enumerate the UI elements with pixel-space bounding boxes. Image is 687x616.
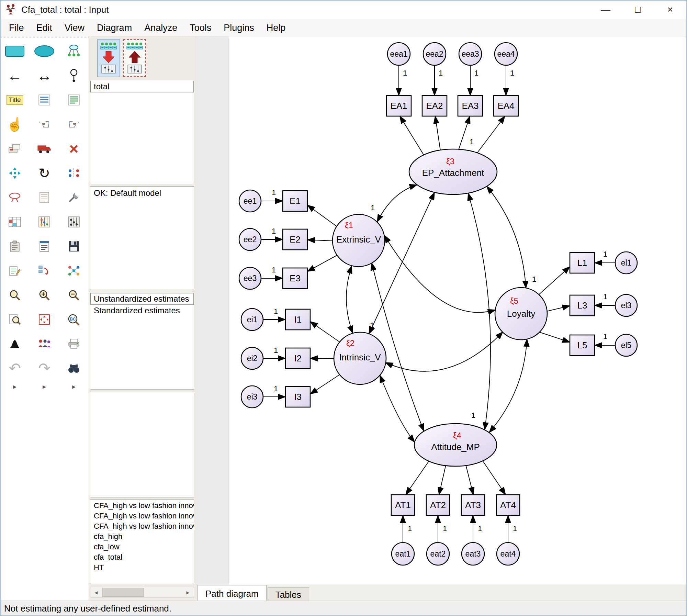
- covariance-arrow[interactable]: [487, 186, 526, 288]
- drag-properties-tool[interactable]: [30, 258, 59, 283]
- view-output-path-diagram-button[interactable]: [123, 39, 146, 77]
- draw-rectangle-tool[interactable]: [0, 39, 30, 63]
- move-parameter-tool[interactable]: [0, 161, 30, 185]
- list-item[interactable]: Standardized estimates: [90, 305, 194, 316]
- scroll-left-icon[interactable]: ◄: [90, 587, 102, 597]
- data-files-tool[interactable]: [0, 210, 30, 234]
- covariance-arrow[interactable]: [384, 235, 495, 312]
- draw-covariance-tool[interactable]: ↔: [30, 63, 59, 88]
- select-one-tool[interactable]: ☝: [0, 112, 30, 136]
- models-list[interactable]: OK: Default model: [90, 186, 194, 290]
- menu-tools[interactable]: Tools: [183, 19, 217, 36]
- loading-arrow[interactable]: [307, 240, 333, 241]
- list-item[interactable]: Unstandardized estimates: [90, 293, 194, 305]
- loading-arrow[interactable]: [310, 322, 340, 343]
- loading-arrow[interactable]: [406, 461, 429, 495]
- fit-to-page-tool[interactable]: [30, 307, 59, 332]
- minimize-button[interactable]: —: [589, 0, 622, 19]
- path-diagram-svg[interactable]: EA1EA2EA3EA4E1E2E3I1I2I3L1L3L5AT1AT2AT3A…: [196, 36, 687, 585]
- figure-title-tool[interactable]: Title: [0, 88, 30, 112]
- toolbar-overflow-icon[interactable]: ▸: [30, 382, 59, 391]
- list-item[interactable]: cfa_low: [90, 542, 194, 552]
- list-item[interactable]: HT: [90, 562, 194, 573]
- loading-arrow[interactable]: [547, 306, 570, 311]
- copy-to-clipboard-tool[interactable]: [0, 234, 30, 258]
- close-button[interactable]: ×: [654, 0, 686, 19]
- move-tool[interactable]: [30, 136, 59, 161]
- tab-tables[interactable]: Tables: [268, 587, 309, 601]
- scrollbar-thumb[interactable]: [102, 588, 144, 597]
- files-list[interactable]: CFA_high vs low fashion innovaCFA_high v…: [90, 500, 194, 584]
- loading-arrow[interactable]: [466, 465, 473, 495]
- loading-arrow[interactable]: [539, 267, 570, 295]
- draw-ellipse-tool[interactable]: [30, 39, 59, 63]
- scroll-right-icon[interactable]: ►: [182, 587, 194, 597]
- redo-tool[interactable]: ↷: [30, 356, 59, 380]
- covariance-arrow[interactable]: [380, 375, 415, 442]
- specification-search-tool[interactable]: [59, 356, 89, 380]
- deselect-all-tool[interactable]: ☞: [59, 112, 89, 136]
- loading-arrow[interactable]: [310, 374, 340, 394]
- bayesian-analysis-tool[interactable]: [0, 332, 30, 356]
- loading-arrow[interactable]: [439, 465, 446, 495]
- list-item[interactable]: CFA_high vs low fashion innova: [90, 501, 194, 511]
- scrollbar-track[interactable]: [144, 587, 182, 597]
- menu-plugins[interactable]: Plugins: [217, 19, 260, 36]
- list-item[interactable]: CFA_high vs low fashion innova: [90, 511, 194, 521]
- covariance-arrow[interactable]: [369, 192, 435, 334]
- list-item[interactable]: CFA_high vs low fashion innova: [90, 521, 194, 531]
- covariance-arrow[interactable]: [346, 266, 353, 333]
- estimates-list[interactable]: Unstandardized estimatesStandardized est…: [90, 292, 194, 390]
- computation-summary-list[interactable]: [90, 392, 194, 497]
- variables-in-dataset-tool[interactable]: [59, 88, 89, 112]
- list-item[interactable]: cfa_total: [90, 552, 194, 562]
- toolbar-overflow-icon[interactable]: ▸: [0, 382, 30, 391]
- rotate-indicators-tool[interactable]: ↻: [30, 161, 59, 185]
- loading-arrow[interactable]: [483, 461, 506, 495]
- files-scrollbar[interactable]: ◄ ►: [90, 587, 194, 598]
- menu-diagram[interactable]: Diagram: [91, 19, 138, 36]
- draw-path-arrow-tool[interactable]: ←: [0, 63, 30, 88]
- menu-help[interactable]: Help: [260, 19, 292, 36]
- save-diagram-tool[interactable]: [59, 234, 89, 258]
- print-tool[interactable]: [59, 332, 89, 356]
- menu-analyze[interactable]: Analyze: [138, 19, 183, 36]
- menu-edit[interactable]: Edit: [30, 19, 59, 36]
- loading-arrow[interactable]: [435, 116, 440, 150]
- list-item[interactable]: OK: Default model: [90, 187, 194, 199]
- shape-change-tool[interactable]: [59, 185, 89, 210]
- menu-view[interactable]: View: [58, 19, 91, 36]
- loading-arrow[interactable]: [459, 116, 470, 150]
- list-item[interactable]: total: [90, 81, 194, 92]
- calculate-estimates-tool[interactable]: [59, 210, 89, 234]
- menu-file[interactable]: File: [3, 19, 30, 36]
- preserve-symmetries-tool[interactable]: [59, 258, 89, 283]
- zoom-page-tool[interactable]: [0, 307, 30, 332]
- drawing-canvas[interactable]: EA1EA2EA3EA4E1E2E3I1I2I3L1L3L5AT1AT2AT3A…: [196, 36, 687, 601]
- covariance-arrow[interactable]: [489, 339, 527, 433]
- loading-arrow[interactable]: [476, 116, 505, 154]
- analysis-properties-tool[interactable]: [30, 210, 59, 234]
- object-properties-tool[interactable]: [0, 258, 30, 283]
- loading-arrow[interactable]: [307, 205, 336, 226]
- toolbar-overflow-icon[interactable]: ▸: [59, 382, 89, 391]
- select-all-tool[interactable]: ☜: [30, 112, 59, 136]
- view-input-path-diagram-button[interactable]: [97, 39, 120, 77]
- covariance-arrow[interactable]: [385, 332, 503, 371]
- duplicate-tool[interactable]: [0, 136, 30, 161]
- loading-arrow[interactable]: [310, 358, 334, 359]
- multiple-group-tool[interactable]: [30, 332, 59, 356]
- tab-path-diagram[interactable]: Path diagram: [198, 585, 267, 601]
- undo-tool[interactable]: ↶: [0, 356, 30, 380]
- loupe-tool[interactable]: BC: [59, 307, 89, 332]
- touch-up-tool[interactable]: [0, 185, 30, 210]
- covariance-arrow[interactable]: [377, 185, 417, 222]
- reflect-indicators-tool[interactable]: [59, 161, 89, 185]
- add-error-variable-tool[interactable]: [59, 63, 89, 88]
- loading-arrow[interactable]: [539, 332, 570, 342]
- zoom-in-tool[interactable]: [30, 283, 59, 307]
- text-output-tool[interactable]: [30, 234, 59, 258]
- erase-tool[interactable]: ×: [59, 136, 89, 161]
- scroll-tool[interactable]: [30, 185, 59, 210]
- list-item[interactable]: cfa_high: [90, 531, 194, 542]
